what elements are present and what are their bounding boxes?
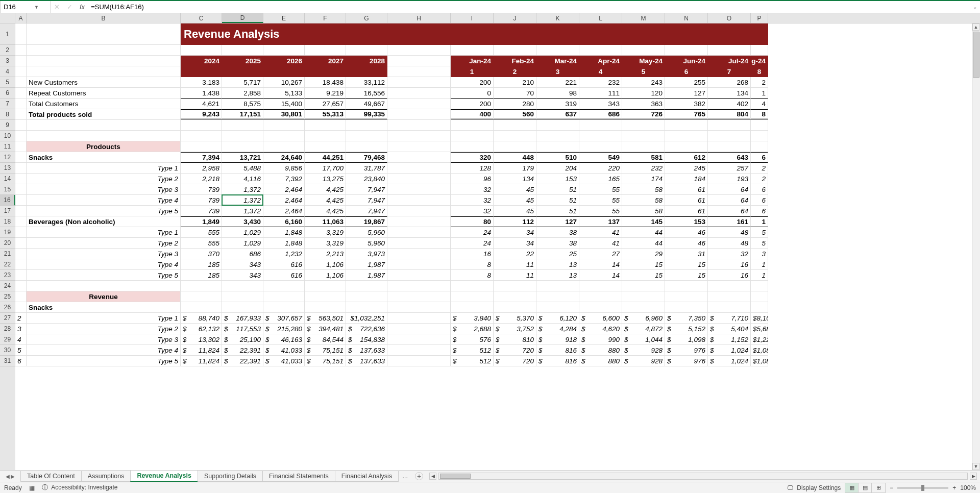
- cell[interactable]: 23,840: [346, 174, 387, 184]
- cell[interactable]: [387, 141, 451, 152]
- cell[interactable]: 38: [536, 227, 579, 238]
- cell[interactable]: [346, 120, 387, 131]
- cell[interactable]: $1,08: [751, 356, 768, 366]
- scroll-down-icon[interactable]: ▼: [972, 463, 979, 470]
- cell[interactable]: $62,132: [181, 324, 222, 334]
- cell[interactable]: [536, 120, 579, 131]
- cell[interactable]: $215,280: [263, 324, 305, 334]
- cell[interactable]: $1,024: [708, 356, 751, 366]
- cell[interactable]: 15: [665, 270, 708, 281]
- cell[interactable]: [222, 120, 263, 131]
- cell[interactable]: [387, 184, 451, 195]
- cell[interactable]: 343: [579, 98, 622, 109]
- row-header[interactable]: 6: [0, 88, 15, 98]
- cell[interactable]: [222, 302, 263, 313]
- cell[interactable]: [305, 66, 346, 77]
- cell[interactable]: 320: [451, 152, 494, 163]
- cell[interactable]: $137,633: [346, 345, 387, 356]
- cell[interactable]: [536, 281, 579, 291]
- cell[interactable]: 174: [622, 174, 665, 184]
- cell[interactable]: 4,425: [305, 195, 346, 206]
- cell[interactable]: 193: [708, 174, 751, 184]
- add-sheet-icon[interactable]: +: [415, 472, 423, 480]
- row-header[interactable]: 17: [0, 206, 15, 216]
- cell[interactable]: [27, 66, 181, 77]
- cell[interactable]: 6: [751, 152, 768, 163]
- cell[interactable]: 15,400: [263, 98, 305, 109]
- cell[interactable]: 32: [708, 249, 751, 259]
- cell[interactable]: 2,958: [181, 163, 222, 174]
- cell[interactable]: 2: [751, 77, 768, 88]
- cell[interactable]: 1: [751, 216, 768, 227]
- cell[interactable]: [181, 141, 222, 152]
- cell[interactable]: 1,849: [181, 216, 222, 227]
- cell[interactable]: Repeat Customers: [27, 88, 181, 98]
- cell[interactable]: Total Customers: [27, 98, 181, 109]
- cell[interactable]: [536, 23, 579, 45]
- zoom-in-icon[interactable]: +: [952, 484, 956, 491]
- cell[interactable]: 686: [222, 249, 263, 259]
- cell[interactable]: 7,947: [346, 184, 387, 195]
- scroll-right-icon[interactable]: ▶: [970, 473, 977, 480]
- row-header[interactable]: 24: [0, 281, 15, 291]
- cell[interactable]: $810: [494, 334, 536, 345]
- cell[interactable]: [387, 23, 451, 45]
- cell[interactable]: [27, 131, 181, 141]
- col-header[interactable]: L: [579, 13, 622, 23]
- col-header[interactable]: K: [536, 13, 579, 23]
- cell[interactable]: Type 3: [27, 249, 181, 259]
- cell[interactable]: [708, 45, 751, 56]
- cell[interactable]: 38: [536, 238, 579, 249]
- cell[interactable]: [579, 131, 622, 141]
- zoom-out-icon[interactable]: −: [890, 484, 893, 491]
- cell[interactable]: $167,933: [222, 313, 263, 324]
- cell[interactable]: $5,404: [708, 324, 751, 334]
- cell[interactable]: 15: [622, 270, 665, 281]
- row-header[interactable]: 9: [0, 120, 15, 131]
- cell[interactable]: 555: [181, 227, 222, 238]
- cell[interactable]: [622, 45, 665, 56]
- cell[interactable]: 3,319: [305, 227, 346, 238]
- display-settings[interactable]: 🖵 Display Settings: [787, 484, 841, 491]
- cell[interactable]: $576: [451, 334, 494, 345]
- cell[interactable]: [15, 174, 27, 184]
- cell[interactable]: 4,425: [305, 206, 346, 216]
- col-header[interactable]: M: [622, 13, 665, 23]
- cell[interactable]: 2,213: [305, 249, 346, 259]
- cell[interactable]: 7,392: [263, 174, 305, 184]
- cell[interactable]: [263, 66, 305, 77]
- col-header[interactable]: I: [451, 13, 494, 23]
- chevron-down-icon[interactable]: ▼: [26, 5, 47, 10]
- row-header[interactable]: 21: [0, 249, 15, 259]
- cell[interactable]: 382: [665, 98, 708, 109]
- cell[interactable]: 3: [751, 249, 768, 259]
- cell[interactable]: 24: [451, 227, 494, 238]
- formula-input[interactable]: =SUM(U16:AF16): [88, 1, 970, 13]
- cell[interactable]: [751, 291, 768, 302]
- cell[interactable]: [387, 206, 451, 216]
- cell[interactable]: $25,190: [222, 334, 263, 345]
- col-header[interactable]: E: [263, 13, 305, 23]
- row-header[interactable]: 3: [0, 56, 15, 66]
- cell[interactable]: [15, 56, 27, 66]
- cell[interactable]: 27,657: [305, 98, 346, 109]
- cell[interactable]: 80: [451, 216, 494, 227]
- cell[interactable]: 145: [622, 216, 665, 227]
- cell[interactable]: 27: [579, 249, 622, 259]
- cell[interactable]: 31: [665, 249, 708, 259]
- cell[interactable]: $4,620: [579, 324, 622, 334]
- cell[interactable]: 402: [708, 98, 751, 109]
- cell[interactable]: $84,544: [305, 334, 346, 345]
- cell[interactable]: 98: [536, 88, 579, 98]
- cell[interactable]: 33,112: [346, 77, 387, 88]
- cell[interactable]: [387, 77, 451, 88]
- cell[interactable]: [451, 120, 494, 131]
- cell[interactable]: 2,464: [263, 184, 305, 195]
- cell[interactable]: Aug-24: [751, 56, 768, 66]
- row-header[interactable]: 25: [0, 291, 15, 302]
- cell[interactable]: 2: [751, 163, 768, 174]
- cell[interactable]: 6: [15, 356, 27, 366]
- cell[interactable]: [222, 141, 263, 152]
- cell[interactable]: 210: [494, 77, 536, 88]
- cell[interactable]: 29: [622, 249, 665, 259]
